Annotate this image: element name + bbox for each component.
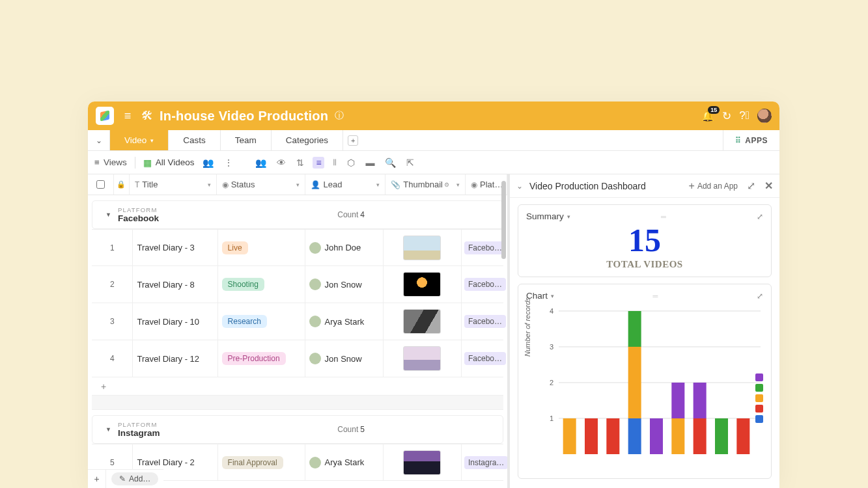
expand-icon[interactable]: ⤢ [747, 180, 755, 192]
cell-thumbnail[interactable] [384, 444, 462, 480]
hide-icon[interactable]: 👁 [275, 157, 288, 168]
column-headers: 🔒 TTitle▾ ◉Status▾ 👤Lead▾ 📎Thumbnail⚙▾ ◉… [88, 174, 507, 195]
table-row[interactable]: 3 Travel Diary - 10 Research Arya Stark … [92, 303, 503, 340]
cell-platform[interactable]: Instagra… [462, 444, 503, 480]
collapse-icon[interactable]: ⌄ [516, 182, 523, 191]
cell-lead[interactable]: Jon Snow [305, 340, 384, 377]
summary-heading[interactable]: Summary [526, 211, 564, 221]
cell-thumbnail[interactable] [384, 266, 462, 303]
apps-button[interactable]: ⠿ APPS [723, 130, 779, 150]
cell-lead[interactable]: Arya Stark [305, 303, 384, 340]
table-row[interactable]: 1 Travel Diary - 3 Live John Doe Facebo… [92, 229, 503, 266]
add-app-button[interactable]: +Add an App [689, 180, 738, 192]
view-all-videos[interactable]: ▦All Videos [143, 157, 195, 168]
table-tabbar: ⌄ Video▾ Casts Team Categories + ⠿ APPS [88, 130, 779, 151]
notifications-button[interactable]: 🔔 15 [701, 110, 714, 122]
group-header[interactable]: ▼ PLATFORMInstagram Count5 [92, 415, 503, 444]
svg-text:4: 4 [550, 307, 553, 315]
tools-icon[interactable]: 🛠 [140, 109, 154, 123]
search-icon[interactable]: 🔍 [383, 157, 398, 168]
cell-platform[interactable]: Facebo… [462, 266, 503, 303]
col-thumbnail[interactable]: 📎Thumbnail⚙▾ [385, 174, 466, 195]
menu-icon[interactable]: ≡ [120, 109, 135, 123]
help-icon[interactable]: ?⃝ [739, 109, 749, 122]
svg-rect-17 [693, 418, 707, 454]
views-button[interactable]: ≡Views [94, 157, 127, 167]
legend-swatch [755, 394, 763, 402]
svg-rect-20 [736, 418, 749, 454]
widget-expand-icon[interactable]: ⤢ [757, 212, 763, 221]
cell-status[interactable]: Pre-Production [218, 340, 305, 377]
history-icon[interactable]: ↻ [722, 109, 731, 123]
share-icon[interactable]: 👥 [253, 157, 268, 168]
add-row-button[interactable]: + [92, 377, 503, 396]
collab-icon[interactable]: 👥 [201, 157, 216, 168]
dashboard-title: Video Production Dashboard [529, 181, 646, 191]
cell-platform[interactable]: Facebo… [462, 340, 503, 377]
drag-handle-icon[interactable]: ═ [570, 213, 757, 221]
cell-title[interactable]: Travel Diary - 12 [132, 340, 217, 377]
row-number: 2 [92, 266, 132, 303]
row-number: 1 [92, 230, 132, 265]
user-avatar[interactable] [757, 109, 772, 123]
group-header[interactable]: ▼ PLATFORMFacebook Count4 [92, 200, 503, 229]
select-all-checkbox[interactable] [88, 174, 114, 195]
add-record-pill[interactable]: ✎Add… [111, 472, 158, 485]
svg-rect-19 [715, 418, 728, 454]
cell-thumbnail[interactable] [384, 230, 462, 265]
drag-handle-icon[interactable]: ═ [554, 292, 757, 300]
app-logo[interactable] [96, 107, 114, 125]
cell-title[interactable]: Travel Diary - 3 [132, 230, 217, 265]
svg-text:3: 3 [550, 343, 553, 351]
filter2-icon[interactable]: ⫴ [331, 157, 339, 168]
chart-svg: 1234 [526, 305, 761, 461]
col-status[interactable]: ◉Status▾ [217, 174, 306, 195]
tabs-dropdown[interactable]: ⌄ [88, 130, 110, 150]
color-icon[interactable]: ▬ [363, 157, 376, 168]
add-tab-button[interactable]: + [343, 130, 363, 150]
tab-casts[interactable]: Casts [169, 130, 221, 150]
cell-lead[interactable]: John Doe [305, 230, 384, 265]
add-record-plus[interactable]: + [88, 470, 106, 488]
cell-status[interactable]: Final Approval [218, 444, 305, 480]
info-icon[interactable]: ⓘ [332, 110, 346, 122]
dashboard-panel: ⌄ Video Production Dashboard +Add an App… [510, 174, 779, 488]
cell-lead[interactable]: Arya Stark [305, 444, 384, 480]
legend-swatch [755, 415, 763, 423]
svg-rect-18 [693, 383, 707, 418]
total-videos-label: TOTAL VIDEOS [526, 259, 763, 270]
table-row[interactable]: 4 Travel Diary - 12 Pre-Production Jon S… [92, 340, 503, 377]
cell-title[interactable]: Travel Diary - 8 [132, 266, 217, 303]
col-lead[interactable]: 👤Lead▾ [305, 174, 385, 195]
cell-status[interactable]: Live [218, 230, 305, 265]
tab-team[interactable]: Team [221, 130, 272, 150]
data-grid: 🔒 TTitle▾ ◉Status▾ 👤Lead▾ 📎Thumbnail⚙▾ ◉… [88, 174, 510, 488]
widget-expand-icon[interactable]: ⤢ [757, 291, 763, 301]
cell-status[interactable]: Research [218, 303, 305, 340]
cell-status[interactable]: Shooting [218, 266, 305, 303]
cell-platform[interactable]: Facebo… [462, 230, 503, 265]
close-icon[interactable]: ✕ [764, 180, 773, 192]
paint-icon[interactable]: ⬡ [345, 157, 357, 168]
rowheight-icon[interactable]: ≡ [313, 157, 324, 169]
cell-thumbnail[interactable] [384, 303, 462, 340]
filter-icon[interactable]: ⇅ [294, 157, 306, 168]
svg-rect-8 [563, 418, 576, 454]
tab-video[interactable]: Video▾ [110, 130, 169, 150]
export-icon[interactable]: ⇱ [404, 157, 416, 168]
view-toolbar: ≡Views ▦All Videos 👥 ⋮ 👥 👁 ⇅ ≡ ⫴ ⬡ ▬ 🔍 ⇱ [88, 151, 779, 174]
table-row[interactable]: 2 Travel Diary - 8 Shooting Jon Snow Fac… [92, 266, 503, 303]
app-topbar: ≡ 🛠 In-house Video Production ⓘ 🔔 15 ↻ ?… [88, 102, 779, 130]
cell-lead[interactable]: Jon Snow [305, 266, 384, 303]
cell-title[interactable]: Travel Diary - 10 [132, 303, 217, 340]
more-icon[interactable]: ⋮ [222, 157, 235, 168]
tab-categories[interactable]: Categories [272, 130, 343, 150]
panel-splitter[interactable]: ⋮⋮ [507, 338, 510, 350]
cell-thumbnail[interactable] [384, 340, 462, 377]
add-record-footer: + ✎Add… [88, 469, 163, 488]
col-title[interactable]: TTitle▾ [130, 174, 217, 195]
vertical-scrollbar[interactable] [501, 181, 506, 259]
total-videos-value: 15 [526, 224, 763, 256]
cell-platform[interactable]: Facebo… [462, 303, 503, 340]
pencil-icon: ✎ [119, 474, 126, 483]
